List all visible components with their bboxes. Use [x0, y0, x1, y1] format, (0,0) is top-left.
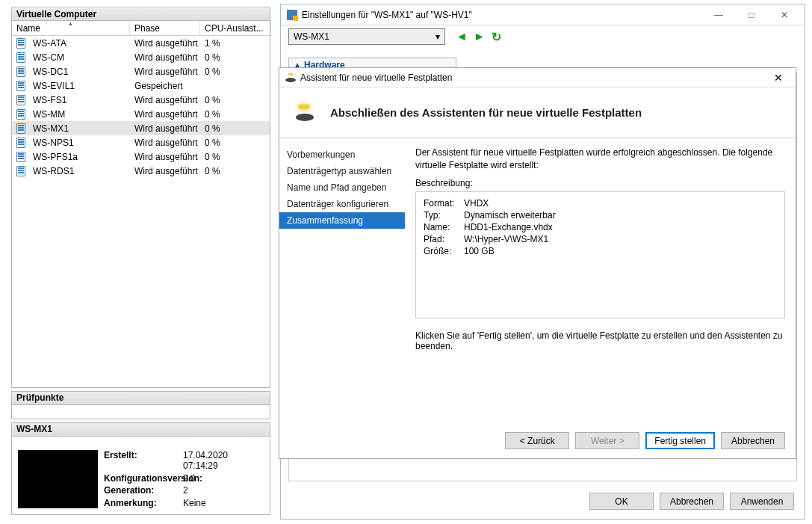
vm-cpu-cell: 0 % — [200, 164, 270, 178]
vm-icon — [16, 81, 25, 91]
vm-selector-combo[interactable]: WS-MX1 ▾ — [288, 28, 445, 45]
settings-titlebar: Einstellungen für "WS-MX1" auf "WS-HV1" … — [281, 4, 805, 25]
nav-forward-icon[interactable]: ► — [474, 30, 486, 44]
vm-row[interactable]: WS-PFS1aWird ausgeführt0 % — [12, 150, 270, 164]
vm-icon — [16, 123, 25, 134]
disk-glow-icon — [294, 105, 315, 121]
path-value: W:\Hyper-V\WS-MX1 — [464, 234, 548, 244]
checkpoints-pane: Prüfpunkte — [11, 391, 270, 419]
finish-button[interactable]: Fertig stellen — [645, 432, 715, 449]
vm-row[interactable]: WS-EVIL1Gespeichert — [12, 78, 270, 93]
format-label: Format: — [424, 198, 459, 209]
vm-cpu-cell: 0 % — [200, 150, 270, 164]
vm-cpu-cell: 0 % — [200, 135, 270, 150]
vm-icon — [16, 109, 25, 120]
created-label: Erstellt: — [104, 450, 180, 472]
wizard-step[interactable]: Datenträger konfigurieren — [279, 196, 405, 212]
vm-name-cell: WS-EVIL1 — [12, 78, 130, 93]
next-button: Weiter > — [575, 432, 639, 449]
vm-phase-cell: Wird ausgeführt — [130, 135, 200, 150]
reload-icon[interactable] — [492, 30, 501, 44]
wizard-close-button[interactable]: ✕ — [767, 72, 790, 84]
cancel-button[interactable]: Abbrechen — [660, 493, 724, 510]
type-value: Dynamisch erweiterbar — [464, 210, 556, 221]
settings-toolbar: WS-MX1 ▾ ◄ ► — [281, 25, 805, 48]
ok-button[interactable]: OK — [589, 493, 654, 510]
vm-name-cell: WS-NPS1 — [12, 135, 130, 150]
vm-detail-pane: WS-MX1 Erstellt:17.04.2020 07:14:29 Konf… — [11, 422, 270, 515]
vm-phase-cell: Wird ausgeführt — [130, 64, 200, 78]
col-phase[interactable]: Phase — [130, 21, 200, 36]
close-button[interactable]: ✕ — [770, 5, 799, 25]
wizard-titlebar: Assistent für neue virtuelle Festplatten… — [279, 68, 796, 87]
vm-row[interactable]: WS-CMWird ausgeführt0 % — [12, 50, 270, 64]
vm-icon — [16, 52, 25, 63]
back-button[interactable]: < Zurück — [505, 432, 569, 449]
maximize-button[interactable]: □ — [737, 5, 766, 25]
vm-name-cell: WS-CM — [12, 50, 130, 64]
vm-icon — [16, 67, 25, 77]
cfgver-label: Konfigurationsversion: — [104, 473, 180, 484]
vm-row[interactable]: WS-FS1Wird ausgeführt0 % — [12, 93, 270, 107]
generation-value: 2 — [183, 485, 264, 496]
note-value: Keine — [183, 498, 264, 509]
vm-row[interactable]: WS-DC1Wird ausgeführt0 % — [12, 64, 270, 78]
new-vhd-wizard: Assistent für neue virtuelle Festplatten… — [279, 67, 796, 459]
description-box: Format:VHDX Typ:Dynamisch erweiterbar Na… — [415, 191, 785, 318]
created-value: 17.04.2020 07:14:29 — [183, 450, 264, 472]
settings-buttons: OK Abbrechen Anwenden — [589, 493, 794, 510]
apply-button[interactable]: Anwenden — [730, 493, 794, 510]
virtual-computers-pane: Virtuelle Computer Name▴ Phase CPU-Ausla… — [11, 7, 270, 388]
note-label: Anmerkung: — [104, 498, 180, 509]
vm-row[interactable]: WS-ATAWird ausgeführt1 % — [12, 36, 270, 50]
vm-cpu-cell — [200, 78, 270, 93]
col-name[interactable]: Name▴ — [12, 21, 130, 36]
settings-app-icon — [287, 10, 297, 20]
wizard-heading: Abschließen des Assistenten für neue vir… — [330, 106, 642, 119]
wizard-app-icon — [285, 73, 296, 82]
path-label: Pfad: — [424, 234, 459, 244]
vm-cpu-cell: 0 % — [200, 107, 270, 121]
vm-name-cell: WS-PFS1a — [12, 150, 130, 164]
vm-icon — [16, 166, 25, 176]
generation-label: Generation: — [104, 485, 180, 496]
vm-icon — [16, 152, 25, 162]
wizard-banner: Abschließen des Assistenten für neue vir… — [279, 87, 796, 138]
vm-cpu-cell: 0 % — [200, 50, 270, 64]
vm-row[interactable]: WS-RDS1Wird ausgeführt0 % — [12, 164, 270, 178]
vm-detail-heading: WS-MX1 — [12, 423, 270, 437]
vm-phase-cell: Wird ausgeführt — [130, 36, 200, 50]
wizard-hint-text: Klicken Sie auf 'Fertig stellen', um die… — [415, 330, 785, 351]
vm-row[interactable]: WS-MX1Wird ausgeführt0 % — [12, 121, 270, 135]
vm-phase-cell: Wird ausgeführt — [130, 93, 200, 107]
sort-asc-icon: ▴ — [69, 19, 72, 27]
vm-row[interactable]: WS-NPS1Wird ausgeführt0 % — [12, 135, 270, 150]
vm-icon — [16, 138, 25, 148]
vm-phase-cell: Wird ausgeführt — [130, 50, 200, 64]
wizard-step[interactable]: Vorbemerkungen — [279, 147, 405, 163]
vm-list: WS-ATAWird ausgeführt1 %WS-CMWird ausgef… — [12, 36, 270, 178]
vm-row[interactable]: WS-MMWird ausgeführt0 % — [12, 107, 270, 121]
vm-name-cell: WS-FS1 — [12, 93, 130, 107]
vm-cpu-cell: 0 % — [200, 121, 270, 135]
col-cpu[interactable]: CPU-Auslast... — [200, 21, 271, 36]
wizard-step[interactable]: Zusammenfassung — [279, 212, 405, 229]
wizard-title-text: Assistent für neue virtuelle Festplatten — [300, 73, 452, 83]
name-value: HDD1-Exchange.vhdx — [464, 222, 553, 232]
vm-phase-cell: Wird ausgeführt — [130, 150, 200, 164]
vm-cpu-cell: 0 % — [200, 64, 270, 78]
nav-buttons: ◄ ► — [456, 30, 501, 44]
wizard-cancel-button[interactable]: Abbrechen — [721, 432, 785, 449]
cfgver-value: 9.0 — [183, 473, 264, 484]
wizard-steps-list: VorbemerkungenDatenträgertyp auswählenNa… — [279, 139, 405, 421]
vm-phase-cell: Wird ausgeführt — [130, 164, 200, 178]
wizard-step[interactable]: Name und Pfad angeben — [279, 179, 405, 196]
vm-column-headers: Name▴ Phase CPU-Auslast... — [12, 21, 270, 36]
vm-phase-cell: Wird ausgeführt — [130, 121, 200, 135]
wizard-step[interactable]: Datenträgertyp auswählen — [279, 163, 405, 179]
vm-icon — [16, 38, 25, 49]
nav-back-icon[interactable]: ◄ — [456, 30, 468, 44]
minimize-button[interactable]: — — [704, 5, 733, 25]
virtual-computers-heading: Virtuelle Computer — [12, 7, 270, 21]
wizard-content: Der Assistent für neue virtuelle Festpla… — [405, 139, 796, 421]
